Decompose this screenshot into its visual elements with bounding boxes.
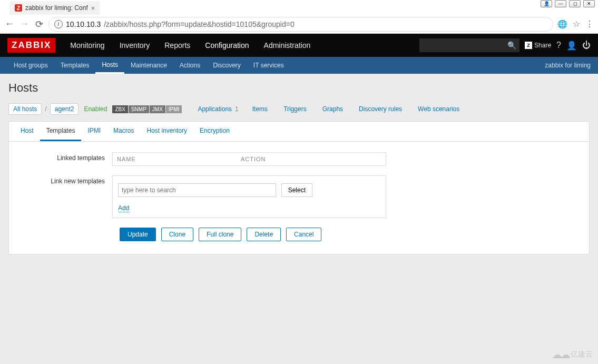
translate-icon[interactable]: 🌐	[557, 19, 567, 29]
form-tab-host-inventory[interactable]: Host inventory	[140, 122, 193, 141]
breadcrumb-host[interactable]: agent2	[50, 103, 79, 115]
label-link-new: Link new templates	[14, 175, 112, 185]
main-nav-inventory[interactable]: Inventory	[112, 34, 158, 57]
share-badge: Z	[525, 42, 532, 49]
sub-nav-maintenance[interactable]: Maintenance	[124, 57, 173, 74]
col-name: NAME	[117, 156, 241, 162]
hostnav-discovery-rules[interactable]: Discovery rules	[357, 105, 404, 113]
breadcrumb-all-hosts[interactable]: All hosts	[8, 103, 42, 115]
hostnav-web-scenarios[interactable]: Web scenarios	[416, 105, 462, 113]
sub-nav-host-groups[interactable]: Host groups	[7, 57, 54, 74]
label-linked-templates: Linked templates	[14, 152, 112, 162]
sub-nav-actions[interactable]: Actions	[173, 57, 207, 74]
nav-reload-icon[interactable]: ⟳	[34, 18, 44, 30]
form-tab-macros[interactable]: Macros	[107, 122, 140, 141]
nav-back-icon[interactable]: ←	[4, 18, 15, 29]
sub-nav-it-services[interactable]: IT services	[247, 57, 290, 74]
global-search-input[interactable]	[419, 38, 519, 52]
search-icon[interactable]: 🔍	[507, 41, 516, 50]
form-tab-ipmi[interactable]: IPMI	[81, 122, 107, 141]
url-path: /zabbix/hosts.php?form=update&hostid=101…	[104, 20, 295, 28]
add-link[interactable]: Add	[118, 204, 129, 212]
host-status: Enabled	[82, 105, 109, 113]
badge-snmp: SNMP	[129, 105, 149, 113]
watermark: ☁☁亿速云	[552, 348, 593, 361]
browser-tab[interactable]: Z zabbix for liming: Conf ×	[9, 1, 100, 15]
hostnav-triggers[interactable]: Triggers	[281, 105, 309, 113]
tab-close-icon[interactable]: ×	[91, 4, 95, 12]
hostnav-items[interactable]: Items	[250, 105, 270, 113]
hostnav-graphs[interactable]: Graphs	[320, 105, 345, 113]
hostnav-applications[interactable]: Applications	[195, 105, 234, 113]
site-info-icon[interactable]: i	[54, 20, 63, 28]
new-tab-button[interactable]	[103, 4, 118, 15]
linked-templates-table: NAME ACTION	[112, 152, 386, 166]
form-tab-templates[interactable]: Templates	[40, 122, 82, 141]
tab-title: zabbix for liming: Conf	[25, 4, 88, 12]
delete-button[interactable]: Delete	[247, 228, 281, 241]
url-host: 10.10.10.3	[66, 20, 101, 28]
sub-nav-templates[interactable]: Templates	[54, 57, 96, 74]
badge-zbx: ZBX	[112, 105, 128, 113]
form-tab-encryption[interactable]: Encryption	[193, 122, 236, 141]
win-user-icon[interactable]: 👤	[541, 0, 552, 7]
logo[interactable]: ZABBIX	[7, 38, 55, 53]
chrome-menu-icon[interactable]: ⋮	[585, 19, 594, 29]
col-action: ACTION	[241, 156, 381, 162]
template-search-input[interactable]	[118, 183, 276, 197]
cancel-button[interactable]: Cancel	[286, 228, 321, 241]
server-name: zabbix for liming	[545, 62, 591, 69]
share-button[interactable]: Z Share	[525, 42, 551, 49]
main-nav-monitoring[interactable]: Monitoring	[63, 34, 112, 57]
win-minimize-icon[interactable]: —	[555, 0, 566, 7]
main-nav-configuration[interactable]: Configuration	[198, 34, 256, 57]
nav-forward-icon[interactable]: →	[19, 18, 30, 29]
clone-button[interactable]: Clone	[161, 228, 193, 241]
address-bar[interactable]: i 10.10.10.3/zabbix/hosts.php?form=updat…	[48, 17, 553, 32]
main-nav-administration[interactable]: Administration	[257, 34, 318, 57]
page-title: Hosts	[1, 79, 597, 100]
tab-favicon: Z	[15, 4, 22, 12]
sub-nav-hosts[interactable]: Hosts	[95, 57, 124, 74]
full-clone-button[interactable]: Full clone	[199, 228, 241, 241]
win-maximize-icon[interactable]: ◻	[569, 0, 581, 7]
badge-ipmi: IPMI	[166, 105, 182, 113]
form-tab-host[interactable]: Host	[14, 122, 40, 141]
win-close-icon[interactable]: ✕	[583, 0, 595, 7]
bookmark-star-icon[interactable]: ☆	[573, 19, 580, 29]
update-button[interactable]: Update	[120, 228, 156, 241]
logout-icon[interactable]: ⏻	[582, 41, 591, 50]
main-nav-reports[interactable]: Reports	[157, 34, 198, 57]
select-button[interactable]: Select	[281, 183, 312, 197]
badge-jmx: JMX	[150, 105, 165, 113]
help-icon[interactable]: ?	[556, 41, 561, 50]
user-icon[interactable]: 👤	[566, 41, 577, 51]
